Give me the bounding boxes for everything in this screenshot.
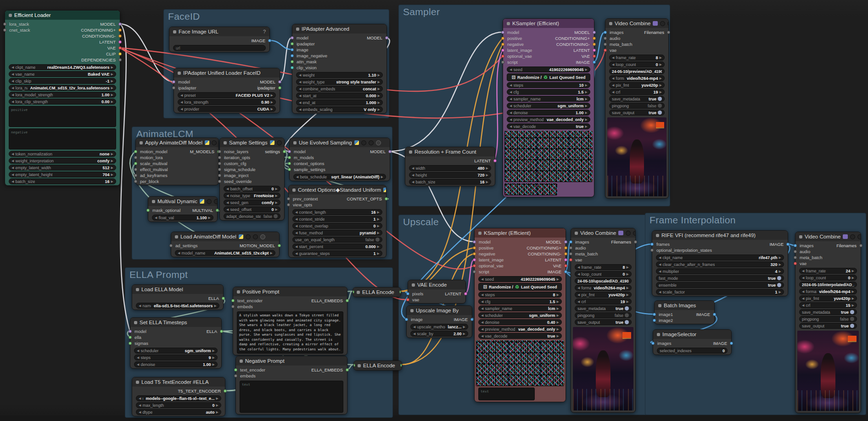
- node-header[interactable]: Positive Prompt: [233, 287, 347, 296]
- widget-height[interactable]: ◀height720▶: [409, 172, 491, 178]
- input-pin-positive[interactable]: [501, 37, 504, 40]
- output-pin-CONDITIONING-[interactable]: [593, 43, 596, 46]
- decrement-arrow-icon[interactable]: ◀: [612, 82, 614, 88]
- widget-preview_method[interactable]: ◀preview_methodvae_decoded_only▶: [478, 326, 562, 332]
- increment-arrow-icon[interactable]: ▶: [213, 361, 215, 367]
- toggle-knob[interactable]: [850, 310, 854, 314]
- widget-seed[interactable]: ◀seed419022269609045▶: [507, 66, 590, 72]
- widget-multiplier[interactable]: ◀multiplier4▶: [656, 268, 784, 274]
- toggle-pingpong[interactable]: pingpongfalse: [609, 103, 665, 109]
- increment-arrow-icon[interactable]: ▶: [271, 106, 273, 112]
- decrement-arrow-icon[interactable]: ◀: [11, 64, 14, 70]
- increment-arrow-icon[interactable]: ▶: [213, 355, 215, 360]
- node-header[interactable]: Video Combine?: [605, 19, 668, 28]
- increment-arrow-icon[interactable]: ▶: [660, 61, 662, 67]
- input-pin-ella[interactable]: [129, 336, 132, 339]
- collapse-toggle-icon[interactable]: [173, 30, 176, 33]
- collapse-toggle-icon[interactable]: [609, 22, 612, 25]
- output-pin-T5_TEXT_ENCODER[interactable]: [224, 389, 227, 393]
- widget-crf[interactable]: ◀crf15▶: [799, 302, 857, 308]
- increment-arrow-icon[interactable]: ▶: [378, 86, 380, 92]
- output-pin-MODEL[interactable]: [278, 80, 281, 83]
- input-pin-image_inject[interactable]: [218, 174, 221, 177]
- increment-arrow-icon[interactable]: ▶: [557, 276, 559, 282]
- collapse-toggle-icon[interactable]: [293, 141, 297, 144]
- input-pin-latent_image[interactable]: [501, 49, 504, 52]
- node-header[interactable]: KSampler (Efficient): [503, 19, 594, 28]
- widget-lora_clip_strength[interactable]: ◀lora_clip_strength0.00▶: [9, 99, 116, 105]
- input-pin-images[interactable]: [569, 240, 572, 244]
- input-pin-clip_vision[interactable]: [291, 66, 294, 69]
- prompt-textarea[interactable]: text: [240, 381, 343, 413]
- node-set-ella-timesteps[interactable]: Set ELLA TimestepsmodelELLAellasigmas◀sc…: [130, 317, 222, 369]
- increment-arrow-icon[interactable]: ▶: [852, 288, 854, 294]
- decrement-arrow-icon[interactable]: ◀: [299, 100, 301, 105]
- decrement-arrow-icon[interactable]: ◀: [510, 116, 512, 122]
- decrement-arrow-icon[interactable]: ◀: [612, 55, 614, 61]
- node-ksampler-efficient-sampler[interactable]: KSampler (Efficient)modelMODELpositiveCO…: [503, 18, 594, 197]
- decrement-arrow-icon[interactable]: ◀: [612, 61, 614, 67]
- toggle-knob[interactable]: [625, 306, 629, 310]
- input-pin-optional_vae[interactable]: [473, 264, 476, 267]
- decrement-arrow-icon[interactable]: ◀: [11, 172, 14, 177]
- node-header[interactable]: ImageSelector: [653, 330, 731, 339]
- decrement-arrow-icon[interactable]: ◀: [612, 89, 614, 95]
- increment-arrow-icon[interactable]: ▶: [377, 244, 380, 249]
- toggle-save_output[interactable]: save_outputtrue: [575, 319, 632, 325]
- input-pin-embeds[interactable]: [234, 374, 237, 377]
- widget-combine_embeds[interactable]: ◀combine_embedsconcat▶: [296, 86, 383, 92]
- decrement-arrow-icon[interactable]: ◀: [11, 85, 14, 91]
- toggle-adapt_denoise_steps[interactable]: adapt_denoise_stepsfalse: [224, 213, 280, 219]
- increment-arrow-icon[interactable]: ▶: [214, 303, 217, 309]
- toggle-knob[interactable]: [850, 324, 854, 328]
- input-pin-vae[interactable]: [406, 298, 409, 301]
- widget-noise_type[interactable]: ◀noise_typeFreeNoise▶: [224, 193, 280, 199]
- input-pin[interactable]: [354, 364, 355, 367]
- node-ipadapter-unified-loader-faceid[interactable]: IPAdapter Unified Loader FaceIDmodelMODE…: [174, 68, 280, 113]
- increment-arrow-icon[interactable]: ▶: [111, 99, 113, 105]
- widget-lora_model_strength[interactable]: ◀lora_model_strength1.00▶: [9, 92, 116, 98]
- widget-lora_strength[interactable]: ◀lora_strength0.90▶: [178, 99, 276, 105]
- decrement-arrow-icon[interactable]: ◀: [481, 326, 483, 332]
- output-pin-Filenames[interactable]: [667, 31, 670, 34]
- input-pin-images[interactable]: [794, 244, 797, 247]
- collapse-toggle-icon[interactable]: [410, 309, 414, 312]
- collapse-toggle-icon[interactable]: [152, 200, 155, 203]
- decrement-arrow-icon[interactable]: ◀: [802, 288, 804, 294]
- increment-arrow-icon[interactable]: ▶: [486, 172, 488, 178]
- output-pin-ELLA_EMBEDS[interactable]: [346, 368, 349, 371]
- node-context-options-standard-uniform[interactable]: Context Options◆Standard Uniformprev_con…: [288, 185, 386, 258]
- output-pin-MODEL[interactable]: [118, 22, 122, 26]
- increment-arrow-icon[interactable]: ▶: [377, 216, 380, 222]
- increment-arrow-icon[interactable]: ▶: [378, 106, 380, 112]
- decrement-arrow-icon[interactable]: ◀: [659, 255, 661, 260]
- input-pin-negative[interactable]: [501, 43, 504, 46]
- widget-format[interactable]: ◀formatvideo/h264-mp4▶: [575, 285, 632, 291]
- node-header[interactable]: Use Evolved Sampling: [290, 138, 390, 147]
- decrement-arrow-icon[interactable]: ◀: [11, 158, 14, 164]
- output-pin-ELLA_EMBEDS[interactable]: [346, 299, 349, 302]
- help-icon[interactable]: ?: [263, 29, 266, 34]
- widget-clip_skip[interactable]: ◀clip_skip-1▶: [9, 78, 116, 84]
- increment-arrow-icon[interactable]: ▶: [779, 255, 781, 260]
- toggle-knob[interactable]: [375, 238, 380, 242]
- text-input[interactable]: 2024-05-10/interpolated/AD_419: [799, 282, 857, 288]
- input-pin-script[interactable]: [473, 270, 476, 273]
- collapse-toggle-icon[interactable]: [224, 141, 227, 144]
- node-image-selector[interactable]: ImageSelectorimagesIMAGEselected_indexes…: [653, 329, 732, 355]
- input-pin-optional_interpolation_states[interactable]: [650, 249, 654, 252]
- collapse-toggle-icon[interactable]: [656, 234, 659, 237]
- node-header[interactable]: Set ELLA Timesteps: [130, 318, 221, 327]
- output-pin-ipadapter[interactable]: [278, 86, 281, 89]
- collapse-toggle-icon[interactable]: [136, 381, 139, 384]
- decrement-arrow-icon[interactable]: ◀: [659, 289, 661, 295]
- toggle-save_output[interactable]: save_outputtrue: [799, 323, 857, 329]
- toggle-pingpong[interactable]: pingpongfalse: [799, 316, 857, 322]
- output-pin-CONDITIONING-[interactable]: [564, 252, 567, 255]
- input-pin-meta_batch[interactable]: [794, 256, 797, 259]
- node-positive-prompt[interactable]: Positive Prompttext_encoderELLA_EMBEDSem…: [233, 287, 347, 355]
- node-header[interactable]: Load T5 TextEncoder #ELLA: [132, 377, 225, 387]
- decrement-arrow-icon[interactable]: ◀: [299, 93, 301, 99]
- node-resolution-frame-count[interactable]: Resolution + Frame CountLATENT◀width480▶…: [405, 147, 495, 186]
- input-pin-effect_multival[interactable]: [134, 168, 137, 171]
